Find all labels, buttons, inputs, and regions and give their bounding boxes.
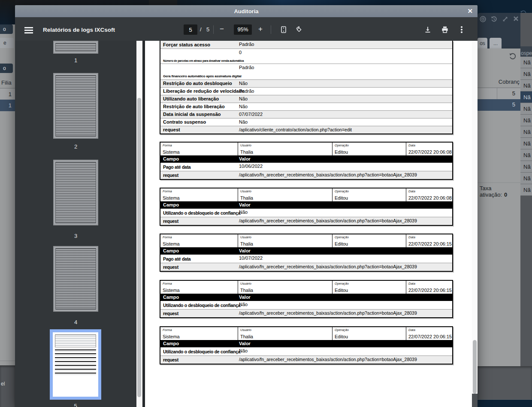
menu-icon[interactable]	[24, 27, 33, 28]
background-tab-more: ...	[490, 38, 502, 49]
thumbnail-scrollbar	[136, 41, 142, 407]
log-cell-forma: FormaSistema	[160, 281, 238, 294]
background-nao-cell: Nã	[520, 149, 532, 161]
divider	[478, 182, 520, 183]
background-column-header-filial: Filia	[1, 79, 15, 86]
log-header-row: FormaSistema UsuárioThalia OperaçãoEdito…	[160, 327, 452, 340]
modal-titlebar: Auditoria ✕	[15, 5, 478, 17]
thumbnail-label: 1	[53, 57, 98, 64]
background-left-edge: o e o Filia 1 1 el	[0, 0, 15, 407]
log-field-row: Pago até data10/07/2022	[160, 255, 452, 263]
thumbnail-label: 4	[53, 319, 98, 325]
content-scrollbar-thumb[interactable]	[473, 340, 477, 394]
divider	[271, 25, 271, 34]
log-request-row: request/aplicativo/fn_areceber_recebimen…	[160, 263, 452, 271]
print-icon[interactable]	[441, 26, 449, 35]
thumbnail-page-3[interactable]	[53, 160, 98, 225]
background-column-header-cobranca: Cobranç	[499, 79, 520, 85]
log-table: FormaSistema UsuárioThalia OperaçãoEdito…	[160, 234, 453, 272]
table-row: Número de parcelas em atraso para desati…	[160, 49, 452, 64]
thumbnail-preview	[55, 43, 96, 52]
thumbnail-page-5-selected[interactable]	[50, 329, 101, 400]
thumbnail-label: 5	[50, 403, 101, 407]
more-options-icon[interactable]	[461, 26, 462, 28]
log-cell-usuario: UsuárioThalia	[238, 234, 332, 247]
log-table: FormaSistema UsuárioThalia OperaçãoEdito…	[160, 188, 453, 226]
background-right-column: ospe Nã Nã Nã Nã Nã Nã Nã Nã Nã Nã Nã Nã	[520, 13, 532, 366]
log-field-row: Utilizando o desbloqueio de confiançaNão	[160, 209, 452, 217]
background-nao-cell: Nã	[520, 126, 532, 138]
log-header-row: FormaSistema UsuárioThalia OperaçãoEdito…	[160, 188, 452, 201]
campo-valor-header: CampoValor	[160, 340, 452, 347]
log-cell-usuario: UsuárioThalia	[238, 143, 332, 155]
expand-icon	[502, 15, 509, 23]
background-nao-cell: Nã	[520, 161, 532, 173]
campo-valor-header: CampoValor	[160, 155, 452, 163]
background-nao-cell: Nã	[520, 115, 532, 126]
log-table: FormaSistema UsuárioThalia OperaçãoEdito…	[160, 280, 453, 318]
background-nao-cell: Nã	[520, 80, 532, 91]
background-nao-cell-selected: Nã	[520, 91, 532, 103]
pdf-page: Forçar status acessoPadrão Número de par…	[145, 41, 472, 407]
log-header-row: FormaSistema UsuárioThalia OperaçãoEdito…	[160, 143, 452, 155]
background-nao-cell: Nã	[520, 103, 532, 115]
log-cell-usuario: UsuárioThalia	[238, 327, 332, 340]
log-request-row: request/aplicativo/fn_areceber_recebimen…	[160, 355, 452, 364]
background-bottom-strip	[478, 400, 532, 407]
thumbnail-page-1[interactable]	[53, 41, 98, 54]
table-row: Restrição de auto liberaçãoNão	[160, 103, 452, 110]
zoom-out-button[interactable]: −	[220, 25, 224, 33]
rotate-icon[interactable]	[295, 26, 303, 35]
log-cell-operacao: OperaçãoEditou	[332, 143, 406, 155]
log-cell-data: Data22/07/2022 20:06:08	[406, 188, 452, 201]
table-row: request/aplicativo/cliente_contrato/acti…	[160, 126, 452, 134]
log-request-row: request/aplicativo/fn_areceber_recebimen…	[160, 217, 452, 225]
log-cell-operacao: OperaçãoEditou	[332, 234, 406, 247]
divider	[213, 25, 214, 34]
history-icon	[490, 15, 498, 23]
log-header-row: FormaSistema UsuárioThalia OperaçãoEdito…	[160, 281, 452, 294]
log-cell-usuario: UsuárioThalia	[238, 188, 332, 201]
log-cell-forma: FormaSistema	[160, 234, 238, 247]
log-request-row: request/aplicativo/fn_areceber_recebimen…	[160, 171, 452, 179]
thumbnail-page-4[interactable]	[53, 246, 98, 312]
log-field-row: Pago até data10/06/2022	[160, 163, 452, 171]
page-input[interactable]: 5	[184, 24, 197, 35]
table-row: Utilizando auto liberaçãoNão	[160, 95, 452, 103]
background-tab-partial: e	[0, 38, 14, 48]
thumbnail-page-2[interactable]	[53, 73, 98, 139]
thumbnail-table-sketch	[55, 349, 96, 376]
log-field-row: Utilizando o desbloqueio de confiançaNão	[160, 347, 452, 355]
log-cell-forma: FormaSistema	[160, 327, 238, 340]
background-dialog-icons	[479, 15, 519, 23]
background-right-edge: os ... Cobranç 5 5 Taxa ativação:0 ospe …	[478, 0, 532, 407]
thumbnail-label: 2	[53, 143, 98, 150]
table-row: Gera financeiro automático após assinatu…	[160, 64, 452, 79]
thumbnail-scrollbar-thumb[interactable]	[137, 98, 141, 397]
download-icon[interactable]	[424, 26, 432, 35]
zoom-in-button[interactable]: +	[258, 25, 263, 33]
divider	[0, 361, 15, 361]
log-field-row: Utilizando o desbloqueio de confiançaNão	[160, 301, 452, 309]
auditoria-modal: Auditoria ✕ Relatórios de logs IXCsoft 5…	[15, 5, 478, 407]
background-nao-cell: Nã	[520, 138, 532, 149]
page-total: 5	[206, 26, 209, 33]
fit-page-icon[interactable]	[280, 26, 287, 35]
log-cell-forma: FormaSistema	[160, 143, 238, 155]
background-button-partial: o	[0, 24, 13, 34]
log-cell-data: Data22/07/2022 20:06:15	[406, 234, 452, 247]
zoom-level[interactable]: 95%	[234, 24, 252, 35]
background-button-partial: o	[0, 64, 13, 73]
log-request-row: request/aplicativo/fn_areceber_recebimen…	[160, 309, 452, 317]
screen: o e o Filia 1 1 el os ... Cobranç	[0, 0, 532, 407]
log-cell-operacao: OperaçãoEditou	[332, 327, 406, 340]
lifebuoy-icon	[479, 15, 487, 23]
background-bottom-panel	[478, 366, 532, 400]
background-grid-row: 5	[478, 88, 520, 99]
thumbnail-label: 3	[53, 233, 98, 239]
background-nao-cell: Nã	[520, 57, 532, 68]
close-icon	[513, 15, 519, 23]
table-row: Restrição do auto desbloqueioNão	[160, 79, 452, 87]
modal-close-icon[interactable]: ✕	[467, 7, 473, 15]
log-table: FormaSistema UsuárioThalia OperaçãoEdito…	[160, 142, 453, 180]
